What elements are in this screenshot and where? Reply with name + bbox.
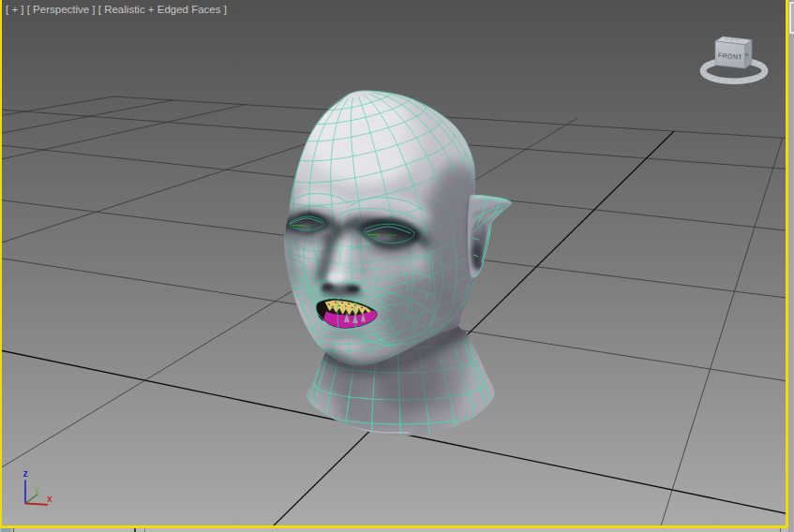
viewport-menu-shading[interactable]: [ Realistic + Edged Faces ] — [98, 4, 227, 15]
x-axis-label: x — [47, 493, 52, 504]
axis-tripod: z y x — [9, 459, 66, 510]
viewcube[interactable]: FRONT R — [684, 17, 787, 101]
ui-edge-bottom — [0, 528, 788, 532]
ui-edge-right — [788, 0, 794, 532]
panel-fragment — [789, 2, 794, 34]
separator — [134, 528, 136, 532]
y-axis-line — [25, 495, 38, 504]
viewport-perspective[interactable]: [ + ] [ Perspective ] [ Realistic + Edge… — [0, 0, 794, 532]
separator — [13, 528, 14, 532]
separator — [144, 528, 145, 532]
x-axis-line — [25, 504, 48, 505]
viewport-menu-pov[interactable]: [ Perspective ] — [27, 4, 96, 15]
timeline-fragment — [1, 528, 11, 532]
z-axis-label: z — [22, 467, 27, 479]
viewport-menu-general[interactable]: [ + ] — [6, 4, 24, 15]
viewport-3d-scene[interactable] — [0, 0, 794, 532]
viewport-label: [ + ] [ Perspective ] [ Realistic + Edge… — [6, 4, 227, 15]
y-axis-label: y — [35, 482, 40, 494]
active-viewport-border-left — [0, 0, 2, 532]
separator — [780, 528, 781, 532]
